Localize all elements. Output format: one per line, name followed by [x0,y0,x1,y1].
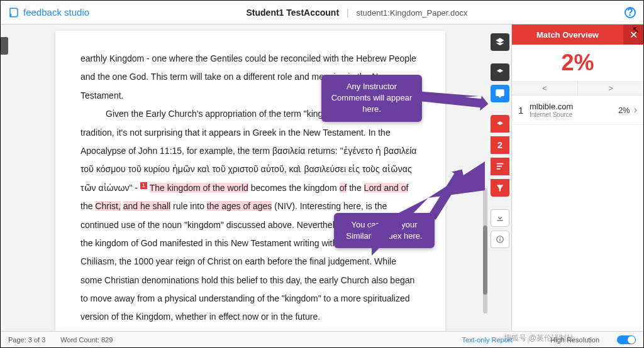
panel-header: Match Overview ✕ [512,24,643,45]
title-separator: | [347,8,349,18]
download-icon [496,214,504,222]
left-drawer-handle[interactable] [1,24,12,331]
header-bar: feedback studio Student1 TestAccount | s… [1,1,643,24]
highlight[interactable]: of [340,183,347,193]
panel-title: Match Overview [512,30,623,40]
document-viewport[interactable]: earthly Kingdom - one where the Gentiles… [12,24,489,331]
document-title: Student1 TestAccount | student1:Kingdom_… [89,8,625,18]
bars-icon [496,162,504,171]
right-toolbar: 2 [489,24,511,331]
footer-divider: | [527,336,529,344]
callout-instructor-comments: Any Instructor Comments will appear here… [321,75,422,122]
brand-logo: feedback studio [8,7,89,18]
stack-icon [496,68,504,77]
close-panel-button[interactable]: ✕ [623,24,643,45]
file-name: student1:Kingdom_Paper.docx [356,8,467,18]
doc-text: αἰώνων" - [98,183,140,193]
match-badge-1[interactable]: 1 [140,182,147,189]
match-domain: mlbible.com [530,102,618,111]
brand-text: feedback studio [23,7,89,18]
chevron-right-icon: › [634,104,637,116]
funnel-icon [496,183,504,192]
help-button[interactable]: ? [625,7,636,18]
document-scrollbar[interactable] [483,188,487,313]
student-name: Student1 TestAccount [247,8,340,18]
highlight[interactable]: the ages of ages [207,201,272,211]
all-sources-button[interactable] [491,158,509,175]
word-count: Word Count: 829 [60,336,113,344]
info-icon [496,235,504,244]
match-overview-panel: Match Overview ✕ 2% < > 1 mlbible.com In… [511,24,643,331]
scrollbar-thumb[interactable] [483,226,487,295]
resolution-toggle[interactable] [617,335,636,344]
match-source-type: Internet Source [530,111,618,118]
layers-button[interactable] [491,33,509,51]
similarity-layer-button[interactable] [491,115,509,133]
doc-text: Kingdom, whether in effect now or in the… [136,312,320,322]
match-percent: 2% [618,106,630,115]
layers-icon [495,37,505,47]
info-button[interactable] [491,231,509,248]
similarity-score-button[interactable]: 2 [491,136,509,154]
highlight[interactable]: The kingdom of the world [150,183,248,193]
highlight[interactable]: Christ, [95,201,120,211]
doc-text: tradition, it's not surprising that it a… [80,128,391,138]
prev-match-button[interactable]: < [512,82,578,95]
grading-layer-button[interactable] [491,63,509,81]
speech-bubble-icon [495,89,505,99]
filter-button[interactable] [491,179,509,197]
doc-text: Apocalypse of John 11:15, for example, t… [80,146,416,156]
instructor-comments-button[interactable] [491,85,509,102]
stack-small-icon [496,121,504,127]
brand-icon [8,7,19,18]
callout-similarity-index: You can view your Similarity Index here. [334,213,435,248]
doc-text: becomes the kingdom [248,183,340,193]
resolution-label: High Resolution [550,336,599,344]
next-match-button[interactable]: > [578,82,643,95]
match-nav: < > [512,82,643,95]
doc-text: the [347,183,364,193]
doc-text: rule into [170,201,207,211]
highlight[interactable]: Lord and of [364,183,409,193]
overall-similarity-percent: 2% [512,45,643,82]
doc-text: the [80,201,95,211]
text-only-report-link[interactable]: Text-only Report [462,336,512,344]
status-bar: Page: 3 of 3 Word Count: 829 Text-only R… [1,331,643,347]
download-button[interactable] [491,209,509,227]
highlight[interactable]: and he shall [123,201,171,211]
match-row[interactable]: 1 mlbible.com Internet Source 2% › [512,95,643,125]
page-indicator: Page: 3 of 3 [8,336,45,344]
match-number: 1 [518,105,530,116]
